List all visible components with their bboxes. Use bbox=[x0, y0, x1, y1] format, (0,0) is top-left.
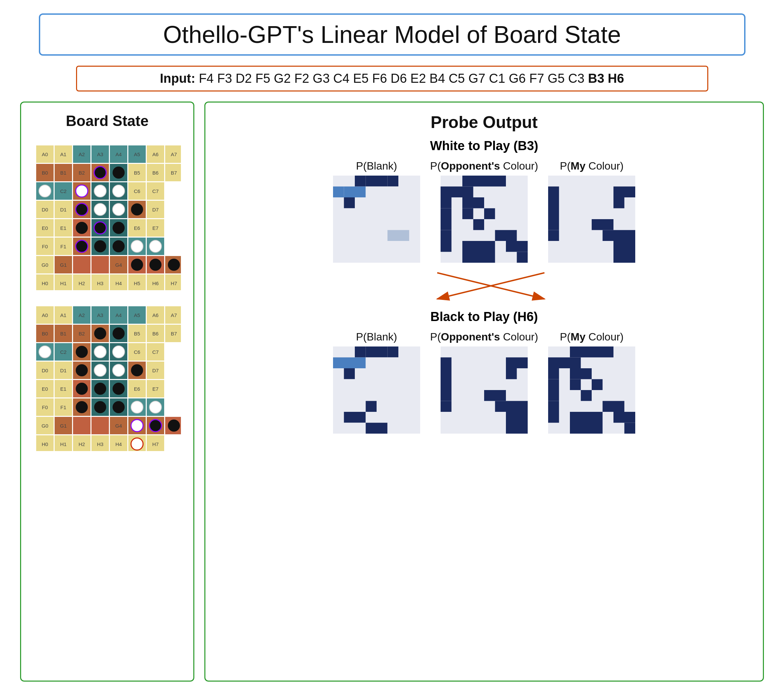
svg-rect-375 bbox=[581, 390, 592, 401]
black-blank-svg bbox=[333, 346, 420, 434]
svg-rect-257 bbox=[377, 198, 388, 208]
svg-rect-292 bbox=[409, 241, 420, 252]
svg-rect-212 bbox=[73, 417, 91, 434]
svg-rect-345 bbox=[333, 390, 420, 401]
svg-text:G1: G1 bbox=[60, 262, 67, 268]
probe-output-title: Probe Output bbox=[219, 113, 749, 132]
svg-text:H3: H3 bbox=[97, 280, 103, 286]
svg-text:E6: E6 bbox=[134, 386, 140, 392]
svg-rect-320 bbox=[548, 198, 559, 219]
svg-point-52 bbox=[76, 203, 88, 216]
black-my-label: P(My Colour) bbox=[560, 331, 624, 343]
svg-rect-265 bbox=[377, 208, 388, 219]
svg-point-71 bbox=[112, 222, 125, 234]
white-subtitle-text: to Play (B3) bbox=[465, 139, 539, 153]
svg-rect-340 bbox=[366, 357, 420, 369]
svg-rect-314 bbox=[462, 241, 495, 263]
svg-rect-278 bbox=[344, 230, 355, 241]
svg-text:H4: H4 bbox=[115, 280, 122, 286]
svg-rect-247 bbox=[355, 187, 366, 198]
svg-rect-354 bbox=[366, 423, 387, 434]
svg-rect-253 bbox=[333, 198, 344, 208]
svg-rect-331 bbox=[333, 346, 344, 357]
svg-rect-263 bbox=[355, 208, 366, 219]
white-probe-row: P(Blank) bbox=[219, 160, 749, 263]
svg-rect-305 bbox=[462, 198, 484, 208]
board1-wrapper: .cl { fill: #e8d98a; } .ct { fill: #4a90… bbox=[33, 143, 181, 290]
svg-text:D7: D7 bbox=[152, 367, 158, 373]
svg-text:F1: F1 bbox=[60, 244, 66, 249]
svg-rect-291 bbox=[399, 241, 409, 252]
svg-rect-323 bbox=[592, 219, 613, 230]
svg-point-89 bbox=[150, 240, 161, 252]
svg-rect-371 bbox=[548, 379, 559, 390]
svg-rect-379 bbox=[570, 412, 603, 434]
svg-rect-94 bbox=[73, 256, 91, 273]
svg-rect-290 bbox=[387, 241, 399, 252]
svg-rect-325 bbox=[603, 230, 636, 241]
svg-text:B6: B6 bbox=[152, 170, 158, 176]
svg-text:D0: D0 bbox=[41, 367, 48, 373]
svg-rect-237 bbox=[333, 176, 344, 187]
svg-text:H3: H3 bbox=[97, 441, 103, 447]
svg-point-189 bbox=[112, 383, 125, 395]
svg-text:D1: D1 bbox=[60, 367, 66, 373]
svg-rect-358 bbox=[506, 357, 528, 369]
svg-rect-334 bbox=[366, 346, 377, 357]
svg-rect-346 bbox=[333, 401, 366, 412]
svg-rect-348 bbox=[377, 401, 420, 412]
svg-point-205 bbox=[131, 401, 143, 413]
svg-rect-303 bbox=[441, 187, 473, 198]
svg-rect-254 bbox=[344, 198, 355, 208]
black-blank-col: P(Blank) bbox=[333, 331, 420, 434]
svg-text:A4: A4 bbox=[115, 152, 122, 157]
svg-text:D1: D1 bbox=[60, 207, 66, 212]
svg-point-217 bbox=[131, 420, 143, 431]
input-box: Input: F4 F3 D2 F5 G2 F2 G3 C4 E5 F6 D6 … bbox=[76, 66, 708, 92]
white-label-area: White to Play (B3) bbox=[219, 139, 749, 153]
svg-point-219 bbox=[150, 420, 161, 431]
svg-point-201 bbox=[94, 401, 106, 413]
input-bold-moves: B3 H6 bbox=[588, 71, 624, 86]
black-probe-row: P(Blank) bbox=[219, 331, 749, 434]
svg-rect-258 bbox=[387, 198, 399, 208]
svg-rect-350 bbox=[344, 412, 355, 423]
title-box: Othello-GPT's Linear Model of Board Stat… bbox=[39, 13, 746, 56]
svg-point-143 bbox=[94, 328, 106, 339]
svg-rect-272 bbox=[366, 219, 377, 230]
white-opponent-col: P(Opponent's Colour) bbox=[430, 160, 538, 263]
svg-rect-338 bbox=[409, 346, 420, 357]
svg-rect-359 bbox=[441, 368, 451, 390]
svg-point-42 bbox=[112, 185, 125, 197]
svg-rect-268 bbox=[409, 208, 420, 219]
svg-rect-274 bbox=[387, 219, 399, 230]
svg-rect-341 bbox=[333, 368, 344, 379]
svg-text:B1: B1 bbox=[60, 170, 66, 176]
svg-text:C6: C6 bbox=[134, 188, 140, 194]
board1-svg: .cl { fill: #e8d98a; } .ct { fill: #4a90… bbox=[33, 143, 181, 290]
svg-text:D7: D7 bbox=[152, 207, 158, 212]
svg-rect-239 bbox=[355, 176, 366, 187]
svg-rect-349 bbox=[333, 412, 344, 423]
svg-rect-355 bbox=[387, 423, 420, 434]
svg-rect-322 bbox=[548, 219, 559, 230]
svg-text:B7: B7 bbox=[171, 170, 177, 176]
svg-text:B6: B6 bbox=[152, 331, 158, 336]
svg-point-67 bbox=[76, 222, 88, 234]
svg-point-171 bbox=[76, 364, 88, 376]
svg-text:E0: E0 bbox=[42, 225, 48, 231]
svg-rect-335 bbox=[377, 346, 388, 357]
board2-svg: A0 A1 A2 A3 A4 A5 A6 A7 B0 B1 B2 B bbox=[33, 304, 181, 451]
svg-text:H6: H6 bbox=[152, 280, 158, 286]
black-my-svg bbox=[548, 346, 635, 434]
svg-text:A5: A5 bbox=[134, 152, 140, 157]
svg-text:C7: C7 bbox=[152, 188, 158, 194]
input-moves: F4 F3 D2 F5 G2 F2 G3 C4 E5 F6 D6 E2 B4 C… bbox=[199, 71, 584, 86]
svg-rect-269 bbox=[333, 219, 344, 230]
svg-rect-238 bbox=[344, 176, 355, 187]
svg-text:H4: H4 bbox=[115, 441, 122, 447]
svg-rect-296 bbox=[366, 252, 377, 263]
svg-rect-259 bbox=[399, 198, 409, 208]
white-my-col: P(My Colour) bbox=[548, 160, 635, 263]
svg-rect-288 bbox=[366, 241, 377, 252]
